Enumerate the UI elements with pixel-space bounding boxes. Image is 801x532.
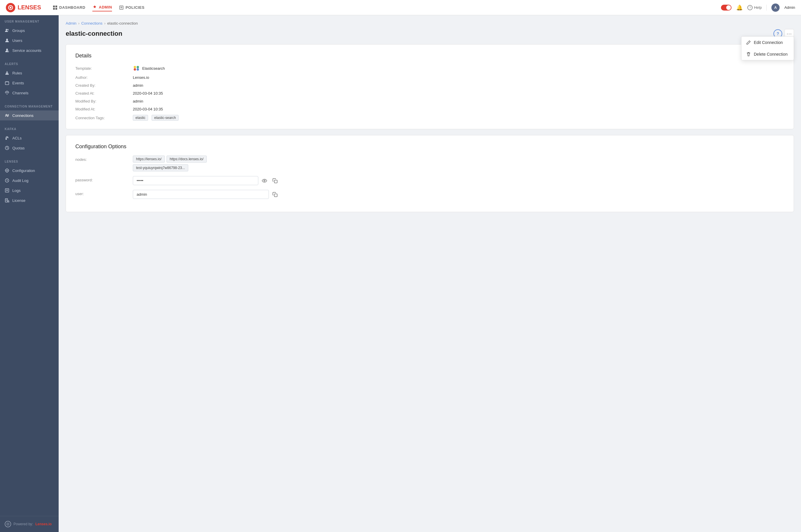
user-label: user: [75,190,128,196]
connection-tags-value: elastic elastic-search [133,115,784,121]
sidebar-item-logs[interactable]: Logs [0,186,59,195]
help-circle-icon: ? [747,5,753,10]
svg-rect-3 [55,5,57,7]
nav-policies[interactable]: POLICIES [119,4,145,11]
sidebar-item-quotas[interactable]: Quotas [0,143,59,153]
node-tag-3: test-yquiuyrqwirq7w86798-23... [133,164,188,171]
breadcrumb-current: elastic-connection [107,21,138,25]
sidebar-item-users[interactable]: Users [0,35,59,45]
svg-rect-20 [5,138,7,140]
top-nav: LENSES DASHBOARD ADMIN POLICIES 🔔 ? Help… [0,0,801,15]
sidebar-item-channels[interactable]: Channels [0,88,59,98]
breadcrumb: Admin › Connections › elastic-connection [66,21,794,25]
tag-elastic: elastic [133,115,148,121]
footer-icon [5,521,11,527]
layout: USER MANAGEMENT Groups Users Service acc… [0,15,801,532]
lenses-section-label: LENSES [0,160,59,166]
breadcrumb-admin[interactable]: Admin [66,21,76,25]
bell-icon[interactable]: 🔔 [736,4,743,11]
user-avatar[interactable]: A [771,3,780,12]
modified-by-value: admin [133,99,784,103]
elasticsearch-icon [133,65,140,72]
sidebar-item-audit-log[interactable]: Audit Log [0,175,59,186]
breadcrumb-connections[interactable]: Connections [81,21,102,25]
modified-at-value: 2020-03-04 10:35 [133,107,784,111]
copy-user-icon[interactable] [271,190,279,199]
template-label: Template: [75,65,128,72]
delete-connection-item[interactable]: Delete Connection [742,48,794,60]
sidebar-item-configuration[interactable]: Configuration [0,166,59,175]
node-tag-2: https://docs.lenses.io/ [166,155,207,163]
copy-password-icon[interactable] [271,176,279,185]
nav-dashboard[interactable]: DASHBOARD [53,4,85,11]
password-label: password: [75,176,128,182]
config-section-title: Configuration Options [75,144,784,150]
svg-point-35 [134,66,136,68]
config-card: Configuration Options nodes: https://len… [66,135,794,212]
author-label: Author: [75,75,128,80]
config-password-row: password: [75,176,784,185]
sidebar-item-connections[interactable]: Connections [0,111,59,120]
nodes-label: nodes: [75,155,128,162]
svg-rect-40 [274,180,277,183]
sidebar-item-events[interactable]: Events [0,78,59,88]
svg-point-19 [7,94,7,95]
edit-connection-item[interactable]: Edit Connection [742,37,794,48]
logo[interactable]: LENSES [6,3,41,12]
breadcrumb-sep1: › [78,21,79,25]
user-input[interactable] [133,190,269,199]
sidebar-item-license[interactable]: License [0,195,59,205]
modified-by-label: Modified By: [75,99,128,103]
svg-rect-6 [120,6,123,10]
svg-point-9 [6,29,7,31]
page-title: elastic-connection [66,30,122,38]
svg-point-37 [134,68,136,71]
user-input-group [133,190,279,199]
section-kafka: KAFKA ACLs Quotas [0,123,59,155]
nav-admin[interactable]: ADMIN [92,4,112,12]
sidebar-item-service-accounts[interactable]: Service accounts [0,45,59,55]
details-section-title: Details [75,53,784,59]
svg-point-36 [136,66,139,68]
modified-at-label: Modified At: [75,107,128,111]
sidebar: USER MANAGEMENT Groups Users Service acc… [0,15,59,532]
tag-elastic-search: elastic-search [151,115,179,121]
svg-line-32 [9,202,9,203]
help-button[interactable]: ? Help [747,5,762,10]
user-name: Admin [784,5,795,10]
footer-powered: Powered by: [14,522,33,526]
svg-rect-4 [53,8,55,10]
config-user-row: user: [75,190,784,199]
user-value [133,190,784,199]
password-value [133,176,784,185]
sidebar-item-acls[interactable]: ACLs [0,133,59,143]
template-value: Elasticsearch [133,65,784,72]
password-input-group [133,176,279,185]
details-grid: Template: Elasticsearch Author: Lenses.i… [75,65,784,121]
svg-rect-28 [5,198,7,202]
created-at-value: 2020-03-04 10:35 [133,91,784,95]
section-user-management: USER MANAGEMENT Groups Users Service acc… [0,15,59,58]
author-value: Lenses.io [133,75,784,80]
svg-point-38 [136,68,139,71]
svg-rect-41 [274,194,277,196]
sidebar-item-rules[interactable]: Rules [0,68,59,78]
svg-rect-2 [53,5,55,7]
svg-point-1 [10,7,12,8]
svg-rect-21 [6,137,7,138]
show-password-icon[interactable] [260,176,269,185]
password-input[interactable] [133,176,258,185]
user-management-label: USER MANAGEMENT [0,20,59,25]
nav-right: 🔔 ? Help A Admin [721,3,795,12]
details-card: Details Template: Elasticsearch Author: … [66,44,794,129]
footer-brand: Lenses.io [35,522,52,526]
config-nodes-row: nodes: https://lenses.io/ https://docs.l… [75,155,784,171]
svg-point-23 [6,170,7,171]
section-lenses: LENSES Configuration Audit Log Logs Lice… [0,155,59,208]
sidebar-item-groups[interactable]: Groups [0,25,59,35]
page-header: elastic-connection ? ··· [66,29,794,38]
toggle-switch[interactable] [721,5,731,11]
node-tag-1: https://lenses.io/ [133,155,165,163]
logo-icon [6,3,15,12]
section-connection-management: CONNECTION MANAGEMENT Connections [0,100,59,123]
